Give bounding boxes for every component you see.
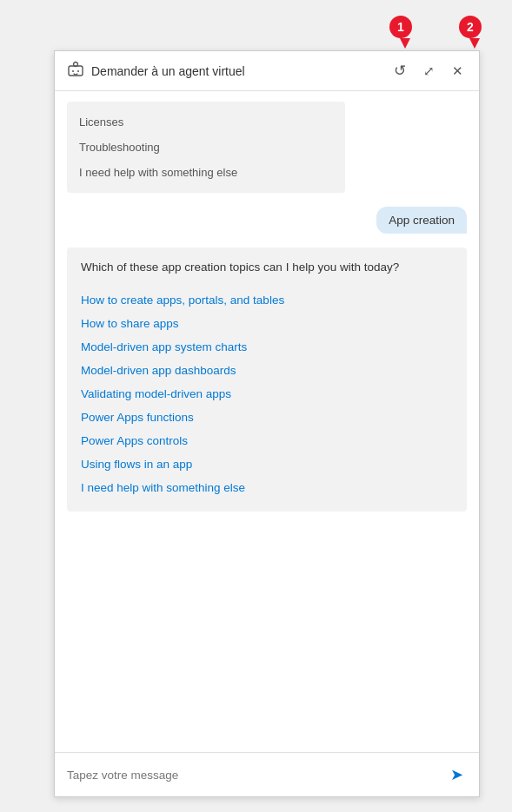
bot-message-card: Which of these app creation topics can I…: [67, 248, 467, 512]
svg-point-3: [77, 70, 79, 72]
send-icon: ➤: [450, 765, 463, 784]
chat-title: Demander à un agent virtuel: [91, 64, 245, 78]
topic-link-8[interactable]: I need help with something else: [81, 476, 245, 499]
user-message-wrapper: App creation: [67, 207, 467, 234]
topic-link-5[interactable]: Power Apps functions: [81, 406, 194, 429]
previous-messages-card: Licenses Troubleshooting I need help wit…: [67, 102, 345, 193]
annotation-badge-1: 1: [389, 16, 412, 38]
refresh-button[interactable]: ↺: [390, 60, 409, 82]
send-button[interactable]: ➤: [447, 762, 467, 788]
chat-header-actions: ↺ ⤢ ✕: [390, 60, 467, 82]
chat-body: Licenses Troubleshooting I need help wit…: [55, 91, 479, 752]
prev-message-item: I need help with something else: [79, 161, 333, 184]
topic-link-6[interactable]: Power Apps controls: [81, 429, 188, 452]
svg-point-2: [72, 70, 74, 72]
topic-link-0[interactable]: How to create apps, portals, and tables: [81, 288, 284, 312]
topic-link-2[interactable]: Model-driven app system charts: [81, 335, 247, 359]
user-message-text: App creation: [389, 214, 455, 227]
topic-link-7[interactable]: Using flows in an app: [81, 452, 192, 476]
topic-link-3[interactable]: Model-driven app dashboards: [81, 359, 236, 382]
close-button[interactable]: ✕: [449, 62, 467, 81]
expand-icon: ⤢: [423, 63, 435, 79]
annotation-badge-2: 2: [459, 16, 482, 38]
chat-header-left: Demander à un agent virtuel: [67, 61, 245, 82]
prev-message-item: Troubleshooting: [79, 135, 333, 159]
bot-question-text: Which of these app creation topics can I…: [81, 260, 453, 276]
agent-icon: [67, 61, 84, 82]
annotation-arrow-1: [400, 38, 410, 49]
message-input[interactable]: [67, 769, 447, 782]
chat-window: Demander à un agent virtuel ↺ ⤢ ✕ Licens…: [54, 50, 480, 797]
refresh-icon: ↺: [394, 62, 406, 80]
chat-footer: ➤: [55, 752, 479, 796]
user-message-bubble: App creation: [376, 207, 467, 234]
chat-header: Demander à un agent virtuel ↺ ⤢ ✕: [55, 51, 479, 91]
prev-message-item: Licenses: [79, 110, 333, 134]
topic-link-1[interactable]: How to share apps: [81, 312, 179, 335]
topic-link-4[interactable]: Validating model-driven apps: [81, 382, 231, 406]
close-icon: ✕: [452, 63, 463, 79]
annotation-arrow-2: [469, 38, 480, 49]
expand-button[interactable]: ⤢: [420, 62, 438, 81]
